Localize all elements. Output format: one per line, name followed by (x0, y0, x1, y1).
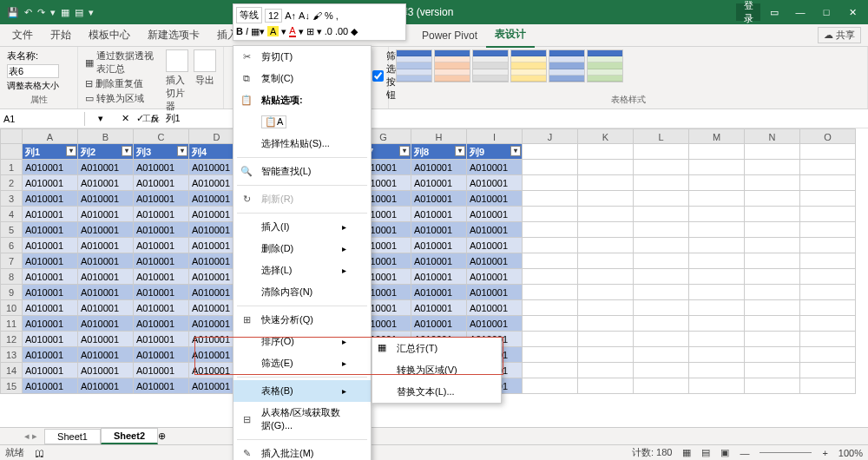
cell[interactable]: A010001 (467, 300, 523, 316)
cell[interactable]: A010001 (134, 347, 189, 363)
cell[interactable]: A010001 (134, 222, 189, 238)
cell[interactable] (800, 191, 856, 207)
cell[interactable] (634, 160, 689, 175)
cell[interactable] (523, 144, 578, 160)
row-header[interactable]: 12 (0, 332, 23, 347)
cell[interactable]: A010001 (411, 238, 467, 253)
cell[interactable]: A010001 (467, 207, 523, 222)
cell[interactable]: A010001 (78, 347, 134, 363)
cell[interactable] (745, 160, 800, 175)
cell[interactable] (634, 316, 689, 332)
cell[interactable]: A010001 (23, 175, 78, 191)
name-box[interactable]: A1 (0, 112, 85, 126)
ribbon-tab[interactable]: 表设计 (486, 23, 535, 48)
cell[interactable]: A010001 (411, 253, 467, 269)
row-header[interactable]: 4 (0, 207, 23, 222)
ribbon-mode-icon[interactable]: ▭ (762, 3, 786, 21)
cell[interactable] (578, 269, 634, 285)
cell[interactable] (634, 191, 689, 207)
cell[interactable] (745, 347, 800, 363)
cell[interactable] (800, 253, 856, 269)
cell[interactable] (523, 332, 578, 347)
cell[interactable] (800, 347, 856, 363)
row-header[interactable]: 3 (0, 191, 23, 207)
cell[interactable] (634, 253, 689, 269)
menu-cut[interactable]: ✂剪切(T) (233, 46, 371, 68)
cell[interactable] (800, 332, 856, 347)
cell[interactable]: A010001 (78, 316, 134, 332)
cell[interactable] (634, 378, 689, 394)
filter-dropdown-icon[interactable]: ▾ (177, 146, 187, 156)
row-header[interactable]: 8 (0, 269, 23, 285)
submenu-convert-range[interactable]: 转换为区域(V) (372, 359, 501, 381)
cell[interactable] (578, 363, 634, 378)
cell[interactable]: A010001 (467, 238, 523, 253)
ribbon-tab[interactable]: 新建选项卡 (139, 23, 208, 47)
cell[interactable]: 列9▾ (467, 144, 523, 160)
cell[interactable]: A010001 (23, 238, 78, 253)
cell[interactable]: A010001 (78, 191, 134, 207)
cell[interactable]: A010001 (411, 269, 467, 285)
cell[interactable] (800, 300, 856, 316)
cell[interactable]: A010001 (23, 378, 78, 394)
cell[interactable]: A010001 (134, 378, 189, 394)
font-size[interactable]: 12 (265, 9, 282, 23)
cell[interactable]: A010001 (23, 332, 78, 347)
convert-button[interactable]: ▭ 转换为区域 (85, 92, 161, 105)
cell[interactable] (689, 207, 745, 222)
maximize-icon[interactable]: □ (814, 3, 838, 21)
cell[interactable]: A010001 (23, 347, 78, 363)
percent-icon[interactable]: % (325, 10, 333, 21)
row-header[interactable]: 11 (0, 316, 23, 332)
cell[interactable]: A010001 (134, 160, 189, 175)
cell[interactable]: A010001 (23, 253, 78, 269)
ribbon-tab[interactable]: 文件 (3, 23, 42, 47)
sheet-tabs[interactable]: ◂ ▸ Sheet1Sheet2 ⊕ (0, 427, 868, 444)
cell[interactable] (689, 160, 745, 175)
cell[interactable] (689, 347, 745, 363)
table-styles-gallery[interactable] (396, 49, 860, 82)
cell[interactable] (745, 191, 800, 207)
menu-paste-special[interactable]: 选择性粘贴(S)... (233, 133, 371, 154)
menu-copy[interactable]: ⧉复制(C) (233, 68, 371, 89)
row-header[interactable]: 10 (0, 300, 23, 316)
cell[interactable]: A010001 (134, 207, 189, 222)
dedupe-button[interactable]: ⊟ 删除重复值 (85, 77, 161, 90)
decrease-font-icon[interactable]: A↓ (299, 10, 310, 21)
cell[interactable]: A010001 (78, 207, 134, 222)
cell[interactable] (689, 300, 745, 316)
cell[interactable]: A010001 (411, 175, 467, 191)
cell[interactable] (523, 363, 578, 378)
cell[interactable] (689, 191, 745, 207)
menu-get-data[interactable]: ⊟从表格/区域获取数据(G)... (233, 402, 371, 437)
cell[interactable] (800, 207, 856, 222)
cell[interactable] (689, 316, 745, 332)
cell[interactable]: A010001 (134, 269, 189, 285)
menu-quick-analysis[interactable]: ⊞快速分析(Q) (233, 309, 371, 331)
new-sheet-button[interactable]: ⊕ (158, 430, 166, 442)
table-style-swatch[interactable] (549, 49, 585, 82)
cell[interactable] (578, 175, 634, 191)
cell[interactable]: A010001 (23, 300, 78, 316)
row-header[interactable]: 9 (0, 285, 23, 300)
cell[interactable]: A010001 (134, 332, 189, 347)
cell[interactable] (634, 222, 689, 238)
qat-icon[interactable]: ▤ (75, 7, 83, 18)
cell[interactable] (578, 300, 634, 316)
cell[interactable]: A010001 (78, 300, 134, 316)
cell[interactable]: A010001 (78, 269, 134, 285)
cell[interactable]: A010001 (411, 285, 467, 300)
cell[interactable] (689, 285, 745, 300)
cell[interactable] (745, 378, 800, 394)
font-color-icon[interactable]: A (289, 25, 295, 37)
row-header[interactable]: 15 (0, 378, 23, 394)
cell[interactable] (800, 378, 856, 394)
cell[interactable] (523, 238, 578, 253)
cell[interactable] (800, 269, 856, 285)
cell[interactable]: A010001 (78, 285, 134, 300)
cell[interactable]: A010001 (78, 160, 134, 175)
minimize-icon[interactable]: — (788, 3, 812, 21)
row-header[interactable]: 1 (0, 160, 23, 175)
cell[interactable]: A010001 (411, 316, 467, 332)
cell[interactable]: A010001 (467, 160, 523, 175)
